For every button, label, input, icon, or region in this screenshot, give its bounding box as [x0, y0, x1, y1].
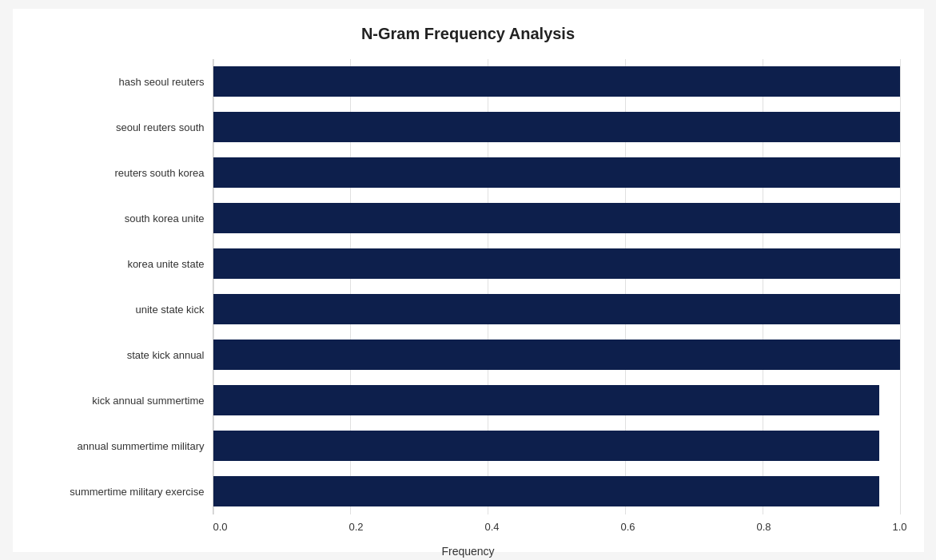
- y-labels: hash seoul reutersseoul reuters southreu…: [37, 59, 213, 514]
- bar: [213, 294, 900, 324]
- bar: [213, 157, 900, 188]
- bars-wrapper: [213, 59, 900, 514]
- bars-section: hash seoul reutersseoul reuters southreu…: [37, 59, 900, 514]
- grid-line: [900, 59, 901, 514]
- y-axis-label: unite state kick: [136, 287, 205, 332]
- bar-row: [213, 153, 900, 193]
- y-axis-label: korea unite state: [127, 241, 204, 287]
- x-axis-label: Frequency: [37, 545, 900, 558]
- chart-container: N-Gram Frequency Analysis hash seoul reu…: [13, 9, 924, 552]
- bar-row: [213, 107, 900, 147]
- bar-row: [213, 198, 900, 238]
- x-tick: 0.8: [756, 521, 771, 533]
- bar-row: [213, 289, 900, 329]
- y-axis-label: kick annual summertime: [92, 378, 204, 423]
- bar: [213, 66, 900, 97]
- bar: [213, 431, 879, 461]
- x-tick: 0.2: [349, 521, 363, 533]
- bar-row: [213, 471, 900, 511]
- y-axis-label: hash seoul reuters: [119, 59, 205, 105]
- bar-row: [213, 426, 900, 466]
- bar: [213, 248, 900, 279]
- x-tick: 0.0: [213, 521, 227, 533]
- bar: [213, 385, 879, 415]
- bar: [213, 476, 879, 506]
- y-axis-label: reuters south korea: [114, 150, 204, 196]
- chart-title: N-Gram Frequency Analysis: [37, 25, 900, 43]
- chart-area: hash seoul reutersseoul reuters southreu…: [37, 59, 900, 475]
- y-axis-label: south korea unite: [125, 196, 205, 241]
- x-tick: 1.0: [892, 521, 906, 533]
- bar-row: [213, 62, 900, 101]
- x-tick: 0.6: [620, 521, 635, 533]
- bar: [213, 203, 900, 233]
- bar-row: [213, 244, 900, 284]
- y-axis-label: summertime military exercise: [70, 469, 204, 514]
- bar: [213, 112, 900, 142]
- y-axis-label: annual summertime military: [78, 423, 205, 469]
- y-axis-label: state kick annual: [127, 332, 205, 378]
- bar-row: [213, 335, 900, 375]
- x-tick: 0.4: [484, 521, 499, 533]
- bar-row: [213, 380, 900, 420]
- y-axis-label: seoul reuters south: [116, 105, 205, 150]
- bar: [213, 340, 900, 370]
